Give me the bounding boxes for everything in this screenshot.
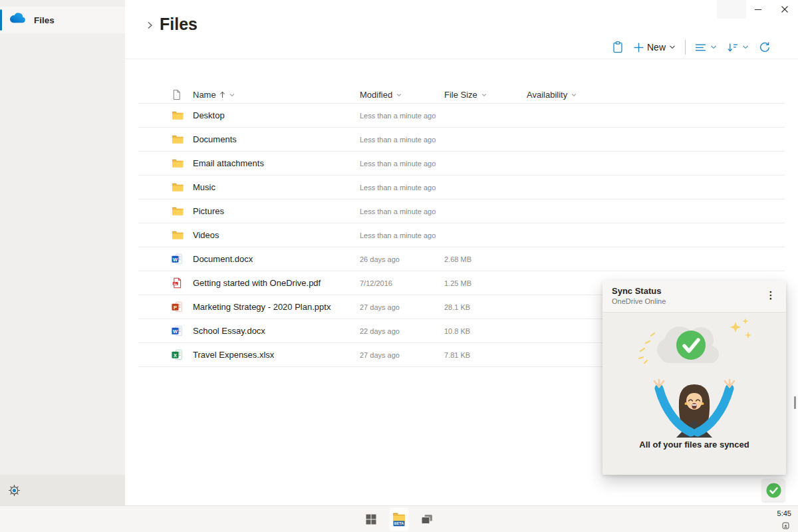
chevron-down-icon <box>668 43 676 51</box>
celebrating-person-illustration <box>644 374 744 438</box>
sync-popup-subtitle: OneDrive Online <box>612 297 777 305</box>
folder-icon <box>172 110 193 120</box>
table-row[interactable]: Pictures Less than a minute ago <box>138 200 785 223</box>
file-modified: Less than a minute ago <box>360 207 444 215</box>
svg-text:W: W <box>173 257 178 263</box>
column-header-name[interactable]: Name <box>193 90 360 100</box>
mouse-cursor <box>794 396 796 409</box>
taskbar-clock[interactable]: 5:45 <box>777 509 791 517</box>
table-header: Name Modified File Size Availability <box>138 86 785 104</box>
onedrive-logo-icon <box>9 13 27 27</box>
table-row[interactable]: Music Less than a minute ago <box>138 176 785 200</box>
table-row[interactable]: Desktop Less than a minute ago <box>138 104 785 128</box>
onedrive-app-taskbar-icon[interactable]: BETA <box>390 508 408 531</box>
file-modified: 22 days ago <box>360 327 444 335</box>
file-size: 2.68 MB <box>444 255 527 263</box>
file-name: School Essay.docx <box>193 326 360 336</box>
file-modified: Less than a minute ago <box>360 160 444 168</box>
excel-icon: X <box>172 349 193 360</box>
new-button-label: New <box>647 42 666 53</box>
sort-ascending-icon <box>219 91 225 98</box>
taskbar-icons: BETA <box>0 506 798 532</box>
table-row[interactable]: Email attachments Less than a minute ago <box>138 152 785 176</box>
breadcrumb-chevron-icon[interactable] <box>146 21 154 33</box>
synced-cloud-illustration <box>631 317 757 374</box>
svg-text:X: X <box>174 352 177 358</box>
toolbar: New <box>611 38 771 57</box>
table-row[interactable]: W Document.docx 26 days ago 2.68 MB <box>138 247 785 271</box>
toolbar-divider <box>685 40 686 55</box>
file-name: Pictures <box>193 206 360 216</box>
file-size: 10.8 KB <box>444 327 527 335</box>
svg-text:P: P <box>174 305 177 311</box>
folder-icon <box>172 182 193 192</box>
file-name: Travel Expenses.xlsx <box>193 350 360 360</box>
sidebar-item-files[interactable]: Files <box>0 7 125 33</box>
minimize-button[interactable] <box>747 0 769 19</box>
file-modified: 7/12/2016 <box>360 279 444 287</box>
file-modified: 27 days ago <box>360 303 444 311</box>
refresh-button[interactable] <box>758 41 771 54</box>
column-header-availability[interactable]: Availability <box>527 90 785 100</box>
file-name: Marketing Strategy - 2020 Plan.pptx <box>193 302 360 312</box>
file-name: Videos <box>193 230 360 240</box>
chevron-down-icon <box>229 92 235 98</box>
file-modified: 26 days ago <box>360 255 444 263</box>
table-row[interactable]: Documents Less than a minute ago <box>138 128 785 152</box>
pdf-icon <box>172 277 193 289</box>
sync-status-popup: Sync Status OneDrive Online ⋮ <box>602 281 786 475</box>
file-size: 1.25 MB <box>444 279 527 287</box>
file-modified: 27 days ago <box>360 351 444 359</box>
file-modified: Less than a minute ago <box>360 184 444 192</box>
settings-gear-icon[interactable] <box>8 484 21 497</box>
sidebar-item-label: Files <box>34 15 55 25</box>
task-view-icon[interactable] <box>418 508 436 531</box>
folder-icon <box>172 206 193 216</box>
file-name: Getting started with OneDrive.pdf <box>193 278 360 288</box>
file-type-column-icon <box>172 89 193 100</box>
refresh-icon <box>758 41 771 54</box>
folder-icon <box>172 158 193 168</box>
file-name: Desktop <box>193 110 360 120</box>
clipboard-paste-button[interactable] <box>611 41 624 54</box>
plus-icon <box>633 42 644 53</box>
file-name: Music <box>193 182 360 192</box>
file-name: Document.docx <box>193 254 360 264</box>
sort-button[interactable] <box>726 41 749 54</box>
table-row[interactable]: Videos Less than a minute ago <box>138 223 785 247</box>
file-modified: Less than a minute ago <box>360 136 444 144</box>
view-options-button[interactable] <box>694 41 718 54</box>
file-size: 7.81 KB <box>444 351 527 359</box>
svg-text:BETA: BETA <box>394 521 404 525</box>
windows-start-icon[interactable] <box>362 508 380 531</box>
sync-status-message: All of your files are synced <box>602 440 786 450</box>
more-options-icon[interactable]: ⋮ <box>763 286 778 303</box>
header-divider <box>125 59 798 59</box>
svg-text:W: W <box>173 329 178 334</box>
sync-popup-header: Sync Status OneDrive Online ⋮ <box>602 281 786 313</box>
folder-icon <box>172 134 193 144</box>
sync-popup-body: All of your files are synced <box>602 317 786 450</box>
close-button[interactable] <box>774 0 795 19</box>
file-modified: Less than a minute ago <box>360 231 444 239</box>
window-chrome-highlight <box>717 0 746 19</box>
notification-tray-icon[interactable] <box>782 520 789 532</box>
chevron-down-icon <box>571 92 577 98</box>
page-title: Files <box>160 15 198 34</box>
column-header-filesize[interactable]: File Size <box>444 90 527 100</box>
chevron-down-icon <box>710 43 718 51</box>
file-modified: Less than a minute ago <box>360 112 444 120</box>
chevron-down-icon <box>481 92 487 98</box>
sync-complete-tray-icon[interactable] <box>762 479 785 501</box>
word-icon: W <box>172 253 193 265</box>
onedrive-app-window: Files <box>0 0 798 532</box>
sync-popup-title: Sync Status <box>612 286 777 296</box>
sort-icon <box>726 41 739 54</box>
column-header-modified[interactable]: Modified <box>360 90 444 100</box>
word-icon: W <box>172 325 193 336</box>
chevron-down-icon <box>396 92 402 98</box>
chevron-down-icon <box>741 43 749 51</box>
powerpoint-icon: P <box>172 301 193 313</box>
view-list-icon <box>694 41 707 54</box>
new-button[interactable]: New <box>633 42 676 53</box>
